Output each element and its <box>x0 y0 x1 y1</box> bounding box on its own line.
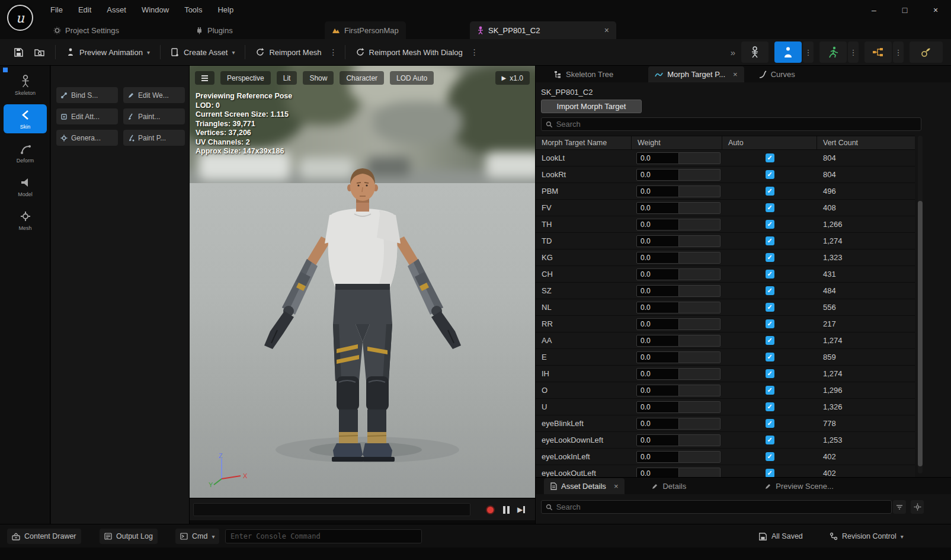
lit-button[interactable]: Lit <box>277 71 297 85</box>
scrollbar-thumb[interactable] <box>918 201 923 466</box>
weight-slider-track[interactable] <box>679 285 721 297</box>
auto-checkbox[interactable]: ✓ <box>766 369 774 378</box>
pause-button[interactable] <box>503 506 510 514</box>
save-button[interactable] <box>8 43 29 62</box>
weight-value[interactable]: 0.0 <box>636 335 679 347</box>
lod-button[interactable]: LOD Auto <box>390 71 434 85</box>
weight-input[interactable]: 0.0 <box>636 302 721 313</box>
menu-item-asset[interactable]: Asset <box>99 1 134 19</box>
tab-preview-scene[interactable]: Preview Scene... <box>758 478 840 494</box>
auto-checkbox[interactable]: ✓ <box>766 236 774 245</box>
table-row[interactable]: RR0.0✓217 <box>536 316 915 332</box>
search-input[interactable] <box>556 120 917 129</box>
tab-morph-target-previewer[interactable]: Morph Target P... × <box>648 66 744 82</box>
table-row[interactable]: O0.0✓1,296 <box>536 382 915 399</box>
mode-mesh[interactable]: Mesh <box>4 206 47 235</box>
weight-input[interactable]: 0.0 <box>636 351 721 363</box>
morph-table-scrollbar[interactable] <box>918 136 923 473</box>
preview-viewport[interactable]: Perspective Lit Show Character LOD Auto … <box>190 66 535 498</box>
weight-slider-track[interactable] <box>679 385 721 396</box>
filter-icon[interactable] <box>893 500 906 514</box>
content-drawer-button[interactable]: Content Drawer <box>7 529 81 544</box>
weight-value[interactable]: 0.0 <box>636 451 679 463</box>
mode-deform[interactable]: Deform <box>4 138 47 167</box>
menu-item-file[interactable]: File <box>43 1 71 19</box>
weight-input[interactable]: 0.0 <box>636 335 721 347</box>
weight-value[interactable]: 0.0 <box>636 468 679 478</box>
tab-firstpersonmap[interactable]: FirstPersonMap <box>325 21 406 39</box>
weight-value[interactable]: 0.0 <box>636 368 679 380</box>
auto-checkbox[interactable]: ✓ <box>766 286 774 295</box>
physics-editor-button[interactable] <box>910 41 943 63</box>
tab-sk-pp801-c2[interactable]: SK_PP801_C2 × <box>470 21 616 39</box>
browse-to-asset-button[interactable] <box>29 43 50 62</box>
output-log-button[interactable]: Output Log <box>100 529 158 544</box>
weight-slider-track[interactable] <box>679 152 721 164</box>
weight-slider-track[interactable] <box>679 368 721 380</box>
menu-item-tools[interactable]: Tools <box>177 1 210 19</box>
reimport-mesh-options-icon[interactable]: ⋮ <box>327 47 340 57</box>
preview-animation-button[interactable]: Preview Animation ▾ <box>60 43 155 62</box>
auto-checkbox[interactable]: ✓ <box>766 203 774 212</box>
weight-slider-track[interactable] <box>679 351 721 363</box>
tab-skeleton-tree[interactable]: Skeleton Tree <box>547 66 620 82</box>
auto-checkbox[interactable]: ✓ <box>766 153 774 162</box>
weight-slider-track[interactable] <box>679 401 721 413</box>
table-row[interactable]: CH0.0✓431 <box>536 266 915 283</box>
table-row[interactable]: E0.0✓859 <box>536 349 915 366</box>
auto-checkbox[interactable]: ✓ <box>766 220 774 229</box>
mesh-editor-button[interactable] <box>774 41 802 63</box>
reimport-dialog-options-icon[interactable]: ⋮ <box>468 47 481 57</box>
settings-gear-icon[interactable] <box>911 500 924 514</box>
character-button[interactable]: Character <box>340 71 384 85</box>
maximize-button[interactable]: □ <box>889 0 920 20</box>
weight-value[interactable]: 0.0 <box>636 268 679 280</box>
weight-value[interactable]: 0.0 <box>636 418 679 430</box>
animation-editor-button[interactable] <box>819 41 847 63</box>
reimport-mesh-button[interactable]: Reimport Mesh <box>250 43 326 62</box>
blueprint-editor-button[interactable] <box>864 41 892 63</box>
weight-slider-track[interactable] <box>679 219 721 231</box>
mode-skeleton[interactable]: Skeleton <box>4 71 47 100</box>
auto-checkbox[interactable]: ✓ <box>766 253 774 262</box>
all-saved-button[interactable]: All Saved <box>754 529 808 544</box>
weight-value[interactable]: 0.0 <box>636 252 679 264</box>
column-morph-target-name[interactable]: Morph Target Name <box>536 136 632 149</box>
tab-plugins[interactable]: Plugins <box>188 21 240 39</box>
search-input[interactable] <box>556 503 887 511</box>
weight-slider-track[interactable] <box>679 318 721 330</box>
tab-close-icon[interactable]: × <box>604 25 609 35</box>
minimize-button[interactable]: – <box>859 0 889 20</box>
table-row[interactable]: LookLt0.0✓804 <box>536 150 915 167</box>
mesh-editor-options-icon[interactable]: ⋮ <box>803 41 814 63</box>
weight-input[interactable]: 0.0 <box>636 451 721 463</box>
weight-slider-track[interactable] <box>679 451 721 463</box>
step-forward-button[interactable]: ▶ <box>517 505 525 514</box>
auto-checkbox[interactable]: ✓ <box>766 436 774 444</box>
weight-input[interactable]: 0.0 <box>636 202 721 214</box>
menu-item-help[interactable]: Help <box>210 1 241 19</box>
auto-checkbox[interactable]: ✓ <box>766 270 774 279</box>
weight-slider-track[interactable] <box>679 468 721 478</box>
tab-close-icon[interactable]: × <box>733 70 738 79</box>
table-row[interactable]: TD0.0✓1,274 <box>536 233 915 249</box>
weight-input[interactable]: 0.0 <box>636 318 721 330</box>
table-row[interactable]: FV0.0✓408 <box>536 200 915 216</box>
weight-input[interactable]: 0.0 <box>636 185 721 197</box>
auto-checkbox[interactable]: ✓ <box>766 419 774 428</box>
menu-item-edit[interactable]: Edit <box>71 1 99 19</box>
edit-weights-button[interactable]: Edit We... <box>123 87 185 103</box>
weight-input[interactable]: 0.0 <box>636 468 721 478</box>
weight-input[interactable]: 0.0 <box>636 252 721 264</box>
weight-input[interactable]: 0.0 <box>636 219 721 231</box>
table-row[interactable]: KG0.0✓1,323 <box>536 249 915 266</box>
weight-value[interactable]: 0.0 <box>636 318 679 330</box>
close-button[interactable]: × <box>920 0 951 20</box>
weight-slider-track[interactable] <box>679 418 721 430</box>
table-row[interactable]: AA0.0✓1,274 <box>536 332 915 349</box>
weight-slider-track[interactable] <box>679 169 721 181</box>
table-row[interactable]: TH0.0✓1,266 <box>536 216 915 233</box>
table-row[interactable]: eyeBlinkLeft0.0✓778 <box>536 415 915 432</box>
import-morph-target-button[interactable]: Import Morph Target <box>541 100 642 113</box>
weight-value[interactable]: 0.0 <box>636 401 679 413</box>
